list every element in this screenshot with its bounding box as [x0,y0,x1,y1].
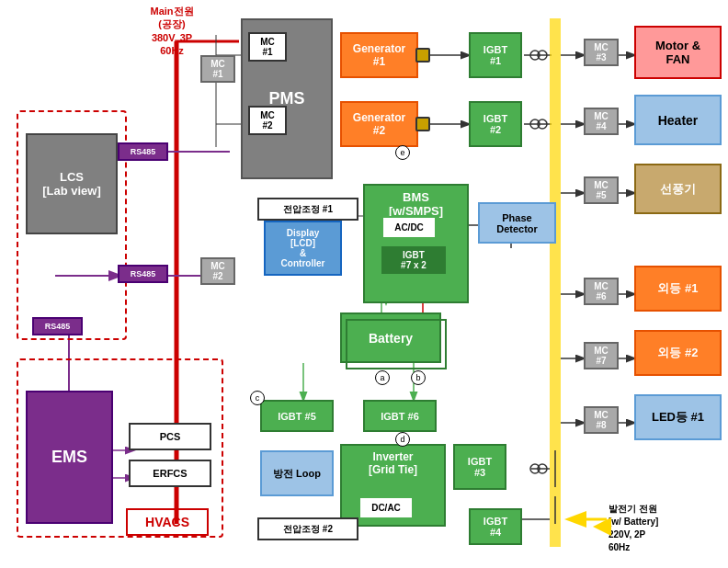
display-block: Display[LCD]&Controller [264,221,342,276]
svg-point-38 [538,51,547,60]
svg-point-42 [538,464,547,473]
lcs-block: LCS[Lab view] [26,133,118,234]
igbt2-block: IGBT#2 [469,101,522,147]
mc2-mid-block: MC#2 [200,257,235,285]
igbt7x2-block: IGBT#7 x 2 [381,246,446,274]
igbt6-block: IGBT #6 [363,400,437,432]
mc7-block: MC#7 [584,342,619,369]
circle-d: d [395,432,410,447]
bms-block: BMS[w/SMPS] [363,184,469,303]
circle-a: a [375,370,390,385]
gen1-battery-symbol [415,48,430,62]
circle-e: e [395,145,410,160]
circle-b: b [411,370,426,385]
igbt5-block: IGBT #5 [260,400,334,432]
erfcs-block: ERFCS [129,460,211,487]
rs485-3-block: RS485 [32,317,83,335]
battery-layer2 [346,319,447,369]
mc2-pms-block: MC#2 [248,106,287,135]
mc5-block: MC#5 [584,176,619,204]
acdc-block: AC/DC [381,216,437,239]
ext-light2-block: 외등 #2 [634,330,722,376]
pcs-block: PCS [129,423,211,450]
circle-c: c [250,391,265,405]
motor-fan-block: Motor &FAN [634,26,722,79]
igbt3-block: IGBT#3 [453,444,506,490]
rs485-2-block: RS485 [118,265,168,283]
led1-block: LED등 #1 [634,394,722,440]
svg-point-37 [530,51,540,60]
mc6-block: MC#6 [584,278,619,305]
mc1-top-block: MC#1 [200,55,235,83]
diagram: Main전원(공장)380V, 3P60Hz PMS MC#1 MC#2 MC#… [0,0,728,568]
main-power-label: Main전원(공장)380V, 3P60Hz [131,5,213,57]
gen-power-label: 발전기 전원[w/ Battery]220V, 2P60Hz [609,503,658,554]
ems-block: EMS [26,391,113,524]
mc3-block: MC#3 [584,39,619,66]
dcac-block: DC/AC [358,496,414,519]
svg-point-39 [530,119,540,129]
voltage-adj1-block: 전압조정 #1 [257,198,358,221]
gen-power-arrow [593,517,611,536]
generator2-block: Generator#2 [340,101,418,147]
igbt1-block: IGBT#1 [469,32,522,78]
svg-point-41 [530,464,540,473]
voltage-adj2-block: 전압조정 #2 [257,517,358,540]
rs485-1-block: RS485 [118,142,168,161]
heater-block: Heater [634,95,722,145]
svg-point-40 [538,119,547,129]
fan-block: 선풍기 [634,164,722,214]
igbt4-block: IGBT#4 [469,508,522,545]
svg-rect-14 [550,18,561,547]
generator1-block: Generator#1 [340,32,418,78]
gen2-battery-symbol [415,117,430,131]
mc8-block: MC#8 [584,406,619,434]
phase-detector-block: PhaseDetector [478,202,556,244]
mc1-pms-block: MC#1 [248,32,287,62]
discharge-loop-block: 방전 Loop [260,450,334,496]
hvacs-label: HVACS [126,508,209,536]
ext-light1-block: 외등 #1 [634,266,722,312]
mc4-block: MC#4 [584,108,619,135]
